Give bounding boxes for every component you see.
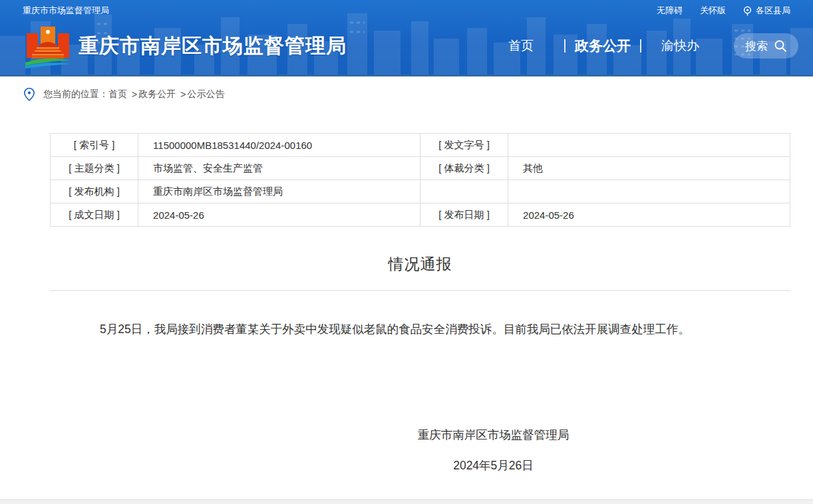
site-header: 重庆市市场监督管理局 无障碍 关怀版 各区县局: [0, 0, 813, 76]
article-container: [ 索引号 ] 11500000MB18531440/2024-00160 [ …: [50, 133, 790, 473]
meta-value-genre-category: 其他: [508, 157, 790, 180]
topbar-city-bureau-link[interactable]: 重庆市市场监督管理局: [23, 5, 109, 17]
signature-organization: 重庆市南岸区市场监督管理局: [123, 427, 813, 443]
table-row: [ 主题分类 ] 市场监管、安全生产监管 [ 体裁分类 ] 其他: [51, 157, 790, 180]
nav-separator: [640, 39, 641, 53]
table-row: [ 索引号 ] 11500000MB18531440/2024-00160 [ …: [51, 134, 790, 157]
meta-label-written-date: [ 成文日期 ]: [51, 203, 138, 227]
breadcrumb-announcements[interactable]: 公示公告: [187, 88, 224, 100]
bureau-logo-icon: [23, 23, 73, 68]
breadcrumb-prefix: 您当前的位置：: [43, 88, 108, 100]
location-pin-icon: [743, 6, 752, 16]
table-row: [ 发布机构 ] 重庆市南岸区市场监督管理局: [51, 180, 790, 203]
breadcrumb-gov-disclosure[interactable]: 政务公开: [138, 88, 176, 100]
meta-label-genre-category: [ 体裁分类 ]: [420, 157, 508, 180]
header-main: 重庆市南岸区市场监督管理局 首页 政务公开 渝快办 搜索: [0, 17, 813, 74]
meta-label-empty: [420, 180, 508, 203]
search-icon: [774, 39, 787, 53]
meta-value-topic-category: 市场监管、安全生产监管: [138, 157, 420, 180]
document-title: 情况通报: [50, 254, 790, 275]
meta-label-issuing-agency: [ 发布机构 ]: [51, 180, 138, 203]
meta-label-publish-date: [ 发布日期 ]: [420, 203, 508, 227]
meta-value-empty: [508, 180, 790, 203]
search-button-label: 搜索: [745, 39, 768, 54]
site-title: 重庆市南岸区市场监督管理局: [79, 33, 347, 60]
meta-label-index-number: [ 索引号 ]: [51, 134, 138, 157]
nav-yukuaiban[interactable]: 渝快办: [661, 37, 699, 55]
meta-value-publish-date: 2024-05-26: [508, 203, 790, 227]
main-nav: 首页 政务公开 渝快办 搜索: [508, 33, 798, 59]
footer-strip: [0, 499, 813, 504]
signature-block: 重庆市南岸区市场监督管理局 2024年5月26日: [123, 427, 813, 473]
nav-gov-disclosure[interactable]: 政务公开: [575, 37, 631, 55]
search-button[interactable]: 搜索: [734, 33, 798, 59]
topbar: 重庆市市场监督管理局 无障碍 关怀版 各区县局: [0, 0, 813, 17]
breadcrumb: 您当前的位置： 首页 > 政务公开 > 公示公告: [24, 88, 813, 101]
table-row: [ 成文日期 ] 2024-05-26 [ 发布日期 ] 2024-05-26: [51, 203, 790, 227]
meta-value-index-number: 11500000MB18531440/2024-00160: [138, 134, 420, 157]
signature-date: 2024年5月26日: [123, 457, 813, 473]
breadcrumb-separator: >: [132, 89, 137, 100]
nav-separator: [564, 39, 566, 53]
care-mode-link[interactable]: 关怀版: [700, 5, 726, 17]
meta-label-topic-category: [ 主题分类 ]: [51, 157, 138, 180]
document-meta-table: [ 索引号 ] 11500000MB18531440/2024-00160 [ …: [50, 133, 790, 227]
topbar-quick-links: 无障碍 关怀版 各区县局: [657, 5, 790, 17]
breadcrumb-location-pin-icon: [24, 88, 35, 101]
meta-value-doc-number: [508, 134, 790, 157]
breadcrumb-home[interactable]: 首页: [108, 88, 127, 100]
meta-value-issuing-agency: 重庆市南岸区市场监督管理局: [138, 180, 420, 203]
breadcrumb-separator: >: [180, 89, 186, 100]
meta-label-doc-number: [ 发文字号 ]: [420, 134, 508, 157]
document-body-paragraph: 5月25日，我局接到消费者董某关于外卖中发现疑似老鼠的食品安全消费投诉。目前我局…: [50, 316, 790, 342]
meta-value-written-date: 2024-05-26: [138, 203, 420, 227]
nav-home[interactable]: 首页: [508, 37, 534, 55]
accessibility-link[interactable]: 无障碍: [657, 5, 683, 17]
title-divider: [50, 290, 790, 291]
district-bureaus-link[interactable]: 各区县局: [743, 5, 790, 17]
